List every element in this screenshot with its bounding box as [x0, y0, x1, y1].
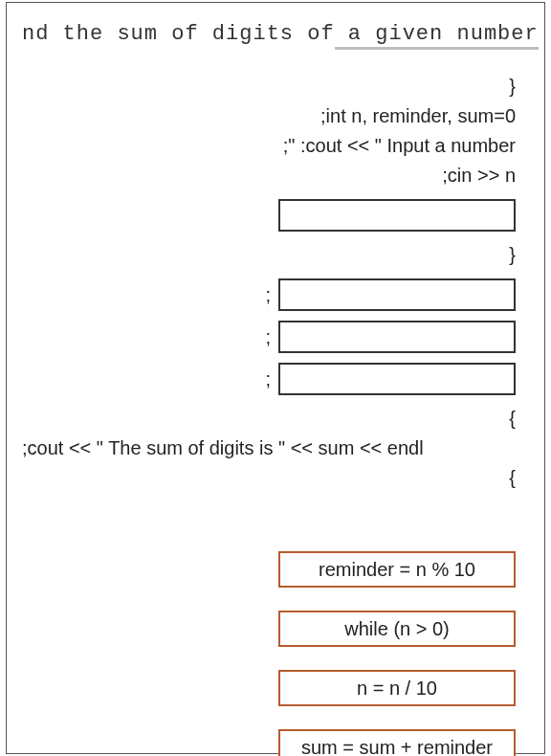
code-line-decl: ;int n, reminder, sum=0	[16, 102, 516, 130]
code-line-brace-open-2: {	[16, 464, 516, 492]
drop-slot-4[interactable]	[278, 363, 516, 395]
code-line-brace-open: {	[16, 405, 516, 433]
code-line-brace: }	[16, 73, 516, 100]
exercise-title: nd the sum of digits of a given number	[16, 22, 516, 46]
semicolon-label: ;	[265, 323, 271, 351]
answer-while[interactable]: while (n > 0)	[278, 611, 516, 647]
answer-reminder-mod[interactable]: reminder = n % 10	[278, 551, 516, 588]
answer-choices: reminder = n % 10 while (n > 0) n = n / …	[16, 551, 516, 756]
drop-slot-2-row: ;	[16, 278, 516, 311]
code-block: } ;int n, reminder, sum=0 ;" :cout << " …	[16, 73, 516, 492]
answer-sum-add[interactable]: sum = sum + reminder	[278, 729, 516, 756]
answer-n-div[interactable]: n = n / 10	[278, 670, 516, 706]
code-line-cout-sum: ;cout << " The sum of digits is " << sum…	[16, 434, 516, 462]
semicolon-label: ;	[265, 281, 271, 309]
code-line-brace-close: }	[16, 241, 516, 269]
exercise-frame: nd the sum of digits of a given number }…	[6, 2, 545, 754]
drop-slot-3[interactable]	[278, 321, 516, 353]
drop-slot-1-row	[16, 199, 516, 232]
code-line-cout-input: ;" :cout << " Input a number	[16, 132, 516, 160]
code-line-cin: ;cin >> n	[16, 162, 516, 189]
drop-slot-3-row: ;	[16, 321, 516, 353]
drop-slot-2[interactable]	[278, 278, 516, 311]
drop-slot-1[interactable]	[278, 199, 516, 232]
semicolon-label: ;	[265, 366, 271, 393]
drop-slot-4-row: ;	[16, 363, 516, 395]
title-underlined: a given number	[335, 22, 539, 50]
title-prefix: nd the sum of digits of	[22, 22, 335, 46]
